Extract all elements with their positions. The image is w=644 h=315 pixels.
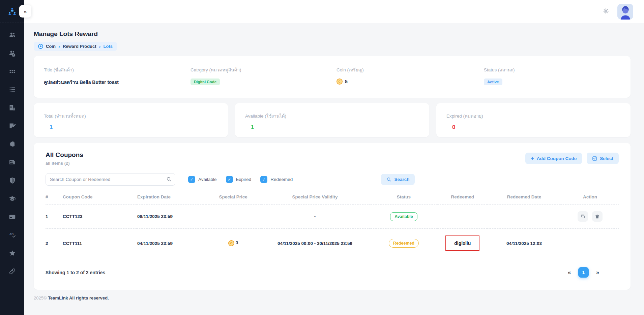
sidebar-item-badge[interactable] — [8, 140, 16, 148]
product-info-card: Title (ชื่อสินค้า) คูปองส่วนลดร้าน Bella… — [34, 56, 631, 98]
sidebar: AB — [0, 0, 24, 315]
checkbox-checked-icon[interactable]: ✓ — [226, 176, 233, 183]
product-coin-label: Coin (เหรียญ) — [336, 66, 484, 73]
copy-button[interactable] — [578, 211, 588, 222]
cell-redeemed — [438, 204, 487, 229]
coupons-table: # Coupon Code Expiration Date Special Pr… — [46, 192, 619, 258]
search-input[interactable] — [46, 173, 175, 186]
table-row: 1 CCTT123 08/11/2025 23:59 - Available — [46, 204, 619, 229]
sidebar-item-list[interactable] — [8, 86, 16, 93]
product-status-field: Status (สถานะ) Active — [484, 66, 631, 98]
search-button[interactable]: Search — [381, 174, 415, 185]
col-status: Status — [370, 192, 438, 204]
sidebar-item-apps[interactable] — [8, 67, 16, 75]
chevron-right-icon: › — [99, 44, 101, 49]
checkbox-checked-icon[interactable]: ✓ — [188, 176, 195, 183]
pagination-next-icon[interactable]: » — [596, 270, 599, 276]
pagination: « 1 » — [568, 267, 599, 278]
page-title: Manage Lots Reward — [34, 30, 631, 38]
stat-total-label: Total (จำนวนทั้งหมด) — [44, 112, 218, 120]
sidebar-item-link[interactable] — [8, 267, 16, 275]
avatar-illustration — [617, 4, 633, 20]
sidebar-item-security[interactable] — [8, 177, 16, 184]
stat-expired-value: 0 — [452, 124, 620, 131]
sidebar-item-ab-check[interactable]: AB — [8, 231, 16, 239]
stat-available-value: 1 — [251, 124, 419, 131]
cell-redeemed-date — [487, 204, 561, 229]
sidebar-item-news[interactable] — [8, 158, 16, 166]
breadcrumb: Coin › Reward Product › Lots — [34, 42, 117, 51]
main-content: Manage Lots Reward Coin › Reward Product… — [24, 23, 644, 315]
sidebar-collapse-button[interactable]: « — [19, 5, 31, 18]
list-icon — [9, 86, 16, 93]
education-icon — [9, 195, 16, 202]
filter-available[interactable]: ✓ Available — [188, 176, 217, 183]
breadcrumb-target-icon — [38, 44, 43, 49]
product-coin-field: Coin (เหรียญ) C 5 — [336, 66, 484, 98]
product-category-field: Catrgory (หมวดหมู่สินค้า) Digital Code — [191, 66, 336, 98]
theme-toggle-button[interactable] — [602, 7, 610, 15]
trash-icon — [595, 214, 600, 219]
col-redeemed-date: Redeemed Date — [487, 192, 561, 204]
search-icon — [166, 177, 172, 182]
checkbox-checked-icon[interactable]: ✓ — [260, 176, 267, 183]
user-avatar[interactable] — [617, 4, 633, 20]
stat-available-label: Available (ใช้งานได้) — [245, 112, 419, 120]
delete-button[interactable] — [592, 211, 603, 222]
link-icon — [9, 268, 16, 275]
company-icon — [9, 104, 16, 111]
col-redeemed: Redeemed — [438, 192, 487, 204]
coupons-subheading: all items (2) — [46, 161, 83, 166]
select-button[interactable]: Select — [587, 153, 619, 164]
shield-icon — [9, 177, 16, 184]
cell-expiration: 04/11/2025 23:59 — [137, 229, 206, 258]
form-edit-icon — [9, 122, 16, 129]
sidebar-item-team[interactable] — [8, 31, 16, 38]
team-icon — [9, 31, 16, 38]
cell-coupon-code: CCTT123 — [63, 204, 137, 229]
news-icon — [9, 159, 16, 166]
status-badge: Redeemed — [389, 239, 419, 248]
user-settings-icon — [9, 50, 16, 57]
filter-redeemed[interactable]: ✓ Redeemed — [260, 176, 293, 183]
sidebar-item-education[interactable] — [8, 195, 16, 202]
cell-coupon-code: CCTT111 — [63, 229, 137, 258]
product-category-label: Catrgory (หมวดหมู่สินค้า) — [191, 66, 336, 73]
svg-text:AB: AB — [9, 232, 13, 235]
ab-check-icon: AB — [9, 231, 16, 239]
sidebar-item-user-settings[interactable] — [8, 49, 16, 57]
cell-validity: - — [261, 204, 370, 229]
breadcrumb-item-reward-product[interactable]: Reward Product — [63, 44, 96, 49]
pagination-page-1[interactable]: 1 — [578, 267, 589, 278]
cell-special-price — [206, 204, 261, 229]
footer-copyright: 2025© TeamLink All rights reserved. — [34, 295, 631, 301]
filter-expired[interactable]: ✓ Expired — [226, 176, 252, 183]
add-coupon-code-button[interactable]: + Add Coupon Code — [525, 153, 582, 164]
product-status-label: Status (สถานะ) — [484, 66, 631, 73]
product-coin-value: 5 — [345, 79, 348, 84]
star-icon — [9, 250, 16, 257]
search-icon — [386, 177, 391, 182]
badge-seal-icon — [9, 140, 16, 148]
topbar — [24, 0, 644, 23]
cell-redeemed-date: 04/11/2025 12:03 — [487, 229, 561, 258]
sidebar-item-form-edit[interactable] — [8, 122, 16, 129]
stat-card-expired: Expired (หมดอายุ) 0 — [436, 103, 631, 137]
cell-special-price: C 3 — [206, 229, 261, 258]
col-special-price-validity: Special Price Validity — [261, 192, 370, 204]
product-title-field: Title (ชื่อสินค้า) คูปองส่วนลดร้าน Bella… — [44, 66, 191, 98]
sidebar-item-company[interactable] — [8, 104, 16, 111]
cell-validity: 04/11/2025 00:00 - 30/11/2025 23:59 — [261, 229, 370, 258]
table-row: 2 CCTT111 04/11/2025 23:59 C 3 04/11/202… — [46, 229, 619, 258]
breadcrumb-item-coin[interactable]: Coin — [46, 44, 56, 49]
sun-icon — [602, 7, 610, 15]
stat-card-available: Available (ใช้งานได้) 1 — [235, 103, 429, 137]
cell-number: 1 — [46, 204, 63, 229]
copy-icon — [580, 214, 585, 219]
coupons-heading: All Coupons — [46, 151, 83, 159]
pagination-prev-icon[interactable]: « — [568, 270, 571, 276]
sidebar-item-card[interactable] — [8, 213, 16, 220]
sidebar-item-star[interactable] — [8, 249, 16, 257]
col-coupon-code: Coupon Code — [63, 192, 137, 204]
status-filters: ✓ Available ✓ Expired ✓ Redeemed — [188, 176, 293, 183]
